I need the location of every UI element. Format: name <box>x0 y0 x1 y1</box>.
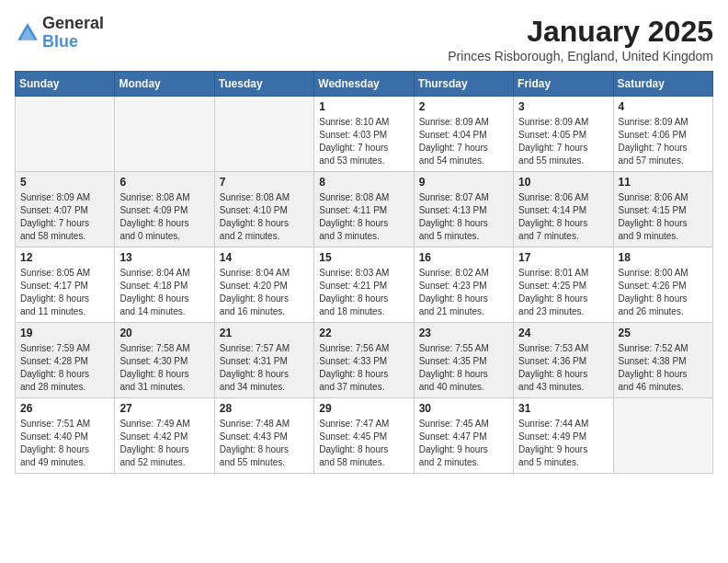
day-number: 9 <box>419 176 508 189</box>
logo-general: General <box>42 15 104 33</box>
day-number: 31 <box>518 402 608 415</box>
week-row-1: 1Sunrise: 8:10 AM Sunset: 4:03 PM Daylig… <box>16 97 713 172</box>
day-detail: Sunrise: 8:01 AM Sunset: 4:25 PM Dayligh… <box>518 267 608 318</box>
day-cell <box>16 97 115 172</box>
day-detail: Sunrise: 7:59 AM Sunset: 4:28 PM Dayligh… <box>20 342 109 394</box>
day-cell: 6Sunrise: 8:08 AM Sunset: 4:09 PM Daylig… <box>115 172 214 247</box>
day-number: 7 <box>220 176 309 189</box>
day-number: 3 <box>518 100 608 113</box>
col-header-friday: Friday <box>514 72 613 97</box>
day-cell: 28Sunrise: 7:48 AM Sunset: 4:43 PM Dayli… <box>214 398 313 474</box>
day-number: 28 <box>220 402 309 415</box>
day-cell: 27Sunrise: 7:49 AM Sunset: 4:42 PM Dayli… <box>115 398 214 474</box>
day-cell: 2Sunrise: 8:09 AM Sunset: 4:04 PM Daylig… <box>414 97 513 172</box>
day-cell: 20Sunrise: 7:58 AM Sunset: 4:30 PM Dayli… <box>115 323 214 398</box>
day-cell: 21Sunrise: 7:57 AM Sunset: 4:31 PM Dayli… <box>214 323 313 398</box>
day-detail: Sunrise: 7:56 AM Sunset: 4:33 PM Dayligh… <box>319 342 408 394</box>
day-detail: Sunrise: 7:49 AM Sunset: 4:42 PM Dayligh… <box>119 418 209 469</box>
day-cell: 24Sunrise: 7:53 AM Sunset: 4:36 PM Dayli… <box>514 323 613 398</box>
col-header-thursday: Thursday <box>414 72 513 97</box>
day-detail: Sunrise: 8:09 AM Sunset: 4:07 PM Dayligh… <box>20 191 109 243</box>
day-cell: 25Sunrise: 7:52 AM Sunset: 4:38 PM Dayli… <box>613 323 712 398</box>
day-cell: 17Sunrise: 8:01 AM Sunset: 4:25 PM Dayli… <box>514 247 613 323</box>
day-cell: 23Sunrise: 7:55 AM Sunset: 4:35 PM Dayli… <box>414 323 513 398</box>
day-cell: 13Sunrise: 8:04 AM Sunset: 4:18 PM Dayli… <box>115 247 214 323</box>
day-number: 6 <box>119 176 209 189</box>
day-number: 12 <box>20 251 109 264</box>
day-detail: Sunrise: 8:02 AM Sunset: 4:23 PM Dayligh… <box>419 267 508 318</box>
week-row-3: 12Sunrise: 8:05 AM Sunset: 4:17 PM Dayli… <box>16 247 713 323</box>
day-cell: 29Sunrise: 7:47 AM Sunset: 4:45 PM Dayli… <box>314 398 414 474</box>
page-header: General Blue January 2025 Princes Risbor… <box>15 15 713 63</box>
day-number: 15 <box>319 251 408 264</box>
logo: General Blue <box>15 15 104 52</box>
day-cell: 9Sunrise: 8:07 AM Sunset: 4:13 PM Daylig… <box>414 172 513 247</box>
day-number: 21 <box>220 327 309 339</box>
day-cell: 30Sunrise: 7:45 AM Sunset: 4:47 PM Dayli… <box>414 398 513 474</box>
day-detail: Sunrise: 8:07 AM Sunset: 4:13 PM Dayligh… <box>419 191 508 243</box>
day-number: 25 <box>619 327 708 339</box>
day-detail: Sunrise: 7:53 AM Sunset: 4:36 PM Dayligh… <box>518 342 608 394</box>
day-detail: Sunrise: 8:09 AM Sunset: 4:06 PM Dayligh… <box>619 116 708 167</box>
day-detail: Sunrise: 8:10 AM Sunset: 4:03 PM Dayligh… <box>319 116 408 167</box>
day-cell <box>115 97 214 172</box>
day-cell: 7Sunrise: 8:08 AM Sunset: 4:10 PM Daylig… <box>214 172 313 247</box>
col-header-sunday: Sunday <box>16 72 115 97</box>
day-number: 17 <box>518 251 608 264</box>
logo-blue: Blue <box>42 33 104 52</box>
day-number: 10 <box>518 176 608 189</box>
day-cell: 26Sunrise: 7:51 AM Sunset: 4:40 PM Dayli… <box>16 398 115 474</box>
col-header-wednesday: Wednesday <box>314 72 414 97</box>
day-detail: Sunrise: 7:47 AM Sunset: 4:45 PM Dayligh… <box>319 418 408 469</box>
day-cell: 4Sunrise: 8:09 AM Sunset: 4:06 PM Daylig… <box>613 97 712 172</box>
day-cell: 18Sunrise: 8:00 AM Sunset: 4:26 PM Dayli… <box>613 247 712 323</box>
day-detail: Sunrise: 8:04 AM Sunset: 4:18 PM Dayligh… <box>119 267 209 318</box>
day-cell: 5Sunrise: 8:09 AM Sunset: 4:07 PM Daylig… <box>16 172 115 247</box>
day-cell: 11Sunrise: 8:06 AM Sunset: 4:15 PM Dayli… <box>613 172 712 247</box>
day-number: 4 <box>619 100 708 113</box>
day-cell: 19Sunrise: 7:59 AM Sunset: 4:28 PM Dayli… <box>16 323 115 398</box>
day-number: 16 <box>419 251 508 264</box>
day-detail: Sunrise: 8:09 AM Sunset: 4:05 PM Dayligh… <box>518 116 608 167</box>
col-header-monday: Monday <box>115 72 214 97</box>
day-number: 19 <box>20 327 109 339</box>
day-detail: Sunrise: 7:51 AM Sunset: 4:40 PM Dayligh… <box>20 418 109 469</box>
week-row-2: 5Sunrise: 8:09 AM Sunset: 4:07 PM Daylig… <box>16 172 713 247</box>
day-cell: 3Sunrise: 8:09 AM Sunset: 4:05 PM Daylig… <box>514 97 613 172</box>
day-number: 27 <box>119 402 209 415</box>
day-detail: Sunrise: 7:45 AM Sunset: 4:47 PM Dayligh… <box>419 418 508 469</box>
day-detail: Sunrise: 8:08 AM Sunset: 4:11 PM Dayligh… <box>319 191 408 243</box>
week-row-5: 26Sunrise: 7:51 AM Sunset: 4:40 PM Dayli… <box>16 398 713 474</box>
day-detail: Sunrise: 7:48 AM Sunset: 4:43 PM Dayligh… <box>220 418 309 469</box>
day-number: 11 <box>619 176 708 189</box>
day-number: 14 <box>220 251 309 264</box>
logo-text: General Blue <box>42 15 104 52</box>
day-number: 26 <box>20 402 109 415</box>
day-detail: Sunrise: 8:08 AM Sunset: 4:09 PM Dayligh… <box>119 191 209 243</box>
day-cell: 10Sunrise: 8:06 AM Sunset: 4:14 PM Dayli… <box>514 172 613 247</box>
day-detail: Sunrise: 7:57 AM Sunset: 4:31 PM Dayligh… <box>220 342 309 394</box>
day-detail: Sunrise: 8:06 AM Sunset: 4:15 PM Dayligh… <box>619 191 708 243</box>
day-detail: Sunrise: 8:04 AM Sunset: 4:20 PM Dayligh… <box>220 267 309 318</box>
day-number: 23 <box>419 327 508 339</box>
day-detail: Sunrise: 8:03 AM Sunset: 4:21 PM Dayligh… <box>319 267 408 318</box>
day-detail: Sunrise: 7:55 AM Sunset: 4:35 PM Dayligh… <box>419 342 508 394</box>
day-cell: 15Sunrise: 8:03 AM Sunset: 4:21 PM Dayli… <box>314 247 414 323</box>
day-number: 20 <box>119 327 209 339</box>
day-cell: 22Sunrise: 7:56 AM Sunset: 4:33 PM Dayli… <box>314 323 414 398</box>
location: Princes Risborough, England, United King… <box>448 49 713 63</box>
day-cell: 16Sunrise: 8:02 AM Sunset: 4:23 PM Dayli… <box>414 247 513 323</box>
day-number: 1 <box>319 100 408 113</box>
day-cell: 12Sunrise: 8:05 AM Sunset: 4:17 PM Dayli… <box>16 247 115 323</box>
calendar-table: SundayMondayTuesdayWednesdayThursdayFrid… <box>15 71 713 474</box>
day-number: 24 <box>518 327 608 339</box>
day-cell: 8Sunrise: 8:08 AM Sunset: 4:11 PM Daylig… <box>314 172 414 247</box>
month-title: January 2025 <box>448 15 713 49</box>
day-number: 8 <box>319 176 408 189</box>
day-number: 29 <box>319 402 408 415</box>
day-cell: 1Sunrise: 8:10 AM Sunset: 4:03 PM Daylig… <box>314 97 414 172</box>
header-row: SundayMondayTuesdayWednesdayThursdayFrid… <box>16 72 713 97</box>
day-number: 2 <box>419 100 508 113</box>
day-detail: Sunrise: 8:00 AM Sunset: 4:26 PM Dayligh… <box>619 267 708 318</box>
day-detail: Sunrise: 8:06 AM Sunset: 4:14 PM Dayligh… <box>518 191 608 243</box>
